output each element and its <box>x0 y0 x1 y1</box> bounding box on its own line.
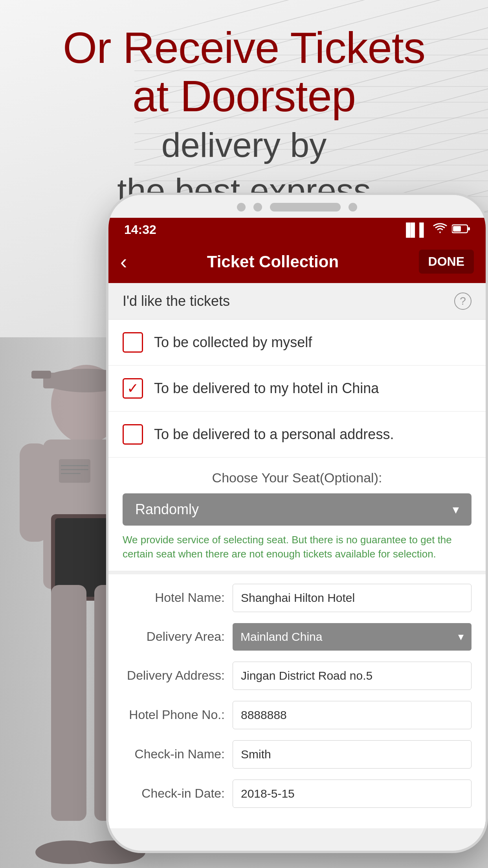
signal-icon: ▐▌▌ <box>402 223 428 237</box>
status-icons: ▐▌▌ <box>402 223 470 237</box>
phone-mockup: 14:32 ▐▌▌ <box>106 193 488 853</box>
svg-rect-57 <box>468 227 470 230</box>
phone-top-bar <box>108 195 486 218</box>
checkin-name-row: Check-in Name: <box>123 740 471 769</box>
phone-speaker <box>270 203 341 211</box>
delivery-area-chevron-icon: ▾ <box>458 630 464 643</box>
back-button[interactable]: ‹ <box>120 250 127 274</box>
option-item-1[interactable]: To be collected by myself <box>108 320 486 366</box>
delivery-area-row: Delivery Area: Mainland China ▾ <box>123 623 471 651</box>
checkin-name-input[interactable] <box>233 740 471 769</box>
svg-rect-47 <box>61 473 81 474</box>
section-header: I'd like the tickets ? <box>108 283 486 320</box>
done-button[interactable]: DONE <box>419 250 474 274</box>
checkmark-icon-2: ✓ <box>127 380 139 397</box>
checkbox-1[interactable] <box>123 332 143 353</box>
svg-rect-45 <box>61 465 88 466</box>
status-bar: 14:32 ▐▌▌ <box>108 218 486 242</box>
hotel-phone-row: Hotel Phone No.: <box>123 701 471 729</box>
hotel-name-input[interactable] <box>233 584 471 612</box>
checkin-date-row: Check-in Date: <box>123 780 471 808</box>
seat-dropdown[interactable]: Randomly ▾ <box>123 493 471 526</box>
delivery-area-value: Mainland China <box>240 630 322 644</box>
seat-note: We provide service of selecting seat. Bu… <box>123 533 471 561</box>
phone-dot-right <box>349 203 357 211</box>
help-icon[interactable]: ? <box>454 292 471 310</box>
hero-section: Or Receive Tickets at Doorstep delivery … <box>0 24 488 211</box>
phone-dot-center <box>253 203 262 211</box>
hero-title-line2: at Doorstep <box>0 72 488 120</box>
hotel-form-section: Hotel Name: Delivery Area: Mainland Chin… <box>108 571 486 828</box>
hotel-phone-label: Hotel Phone No.: <box>123 708 225 722</box>
delivery-address-label: Delivery Address: <box>123 668 225 683</box>
wifi-icon <box>433 223 447 237</box>
seat-dropdown-chevron-icon: ▾ <box>453 502 459 517</box>
delivery-address-input[interactable] <box>233 662 471 690</box>
seat-label: Choose Your Seat(Optional): <box>123 470 471 485</box>
checkin-date-label: Check-in Date: <box>123 786 225 801</box>
hero-title-line1: Or Receive Tickets <box>0 24 488 72</box>
svg-rect-44 <box>59 459 90 483</box>
option-item-3[interactable]: To be delivered to a personal address. <box>108 412 486 458</box>
svg-rect-48 <box>20 443 49 542</box>
seat-dropdown-value: Randomly <box>135 501 199 518</box>
nav-title: Ticket Collection <box>207 252 339 271</box>
delivery-area-label: Delivery Area: <box>123 629 225 644</box>
option-item-2[interactable]: ✓ To be delivered to my hotel in China <box>108 366 486 412</box>
checkin-name-label: Check-in Name: <box>123 747 225 761</box>
checkbox-3[interactable] <box>123 424 143 445</box>
svg-rect-42 <box>31 371 51 379</box>
battery-icon <box>452 223 470 237</box>
hotel-name-label: Hotel Name: <box>123 590 225 605</box>
hotel-name-row: Hotel Name: <box>123 584 471 612</box>
navigation-bar: ‹ Ticket Collection DONE <box>108 242 486 283</box>
hero-subtitle-line1: delivery by <box>0 124 488 166</box>
status-time: 14:32 <box>124 223 156 237</box>
delivery-area-select[interactable]: Mainland China ▾ <box>233 623 471 651</box>
section-header-text: I'd like the tickets <box>123 293 230 309</box>
app-content: I'd like the tickets ? To be collected b… <box>108 283 486 828</box>
phone-dot-left <box>237 203 246 211</box>
option-label-1: To be collected by myself <box>154 334 312 351</box>
hotel-phone-input[interactable] <box>233 701 471 729</box>
checkbox-2[interactable]: ✓ <box>123 378 143 399</box>
option-label-3: To be delivered to a personal address. <box>154 426 394 443</box>
svg-rect-52 <box>51 585 86 821</box>
option-label-2: To be delivered to my hotel in China <box>154 380 379 397</box>
svg-rect-58 <box>453 226 461 232</box>
checkin-date-input[interactable] <box>233 780 471 808</box>
delivery-address-row: Delivery Address: <box>123 662 471 690</box>
svg-rect-46 <box>61 469 88 470</box>
seat-section: Choose Your Seat(Optional): Randomly ▾ W… <box>108 458 486 571</box>
